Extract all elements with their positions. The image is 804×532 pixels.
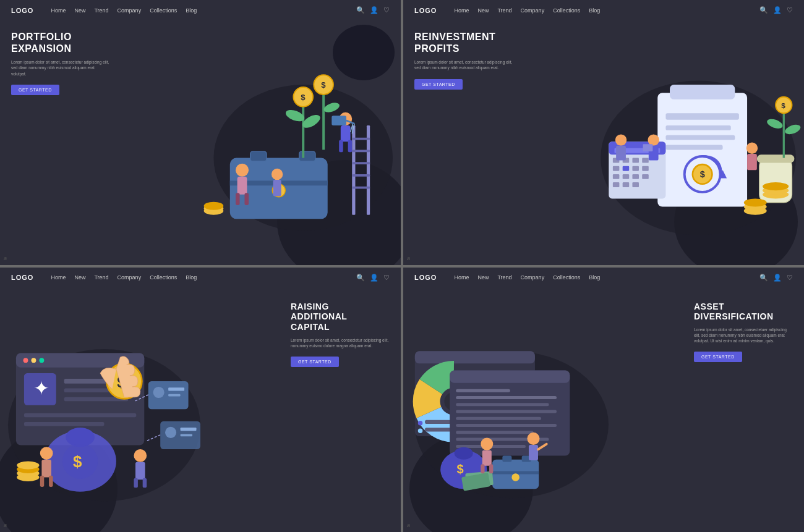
svg-point-146: [418, 428, 423, 433]
search-icon-4[interactable]: 🔍: [759, 274, 768, 282]
svg-rect-44: [665, 125, 730, 130]
search-icon-2[interactable]: 🔍: [759, 6, 768, 14]
svg-point-73: [763, 182, 789, 190]
nav-new-4[interactable]: New: [477, 274, 489, 281]
svg-point-111: [17, 461, 39, 469]
panel-title-1: PORTFOLIO EXPANSION: [11, 31, 110, 54]
nav-blog-1[interactable]: Blog: [186, 7, 197, 14]
nav-new-3[interactable]: New: [74, 274, 85, 281]
svg-rect-132: [415, 351, 535, 363]
svg-rect-68: [632, 182, 639, 187]
nav-trend-4[interactable]: Trend: [497, 274, 511, 281]
panel-portfolio-expansion: LOGO Home New Trend Company Collections …: [0, 0, 401, 265]
scene-svg-2: $: [544, 19, 804, 265]
panel-raising-capital: LOGO Home New Trend Company Collections …: [0, 268, 401, 533]
user-icon-4[interactable]: 👤: [773, 274, 782, 282]
svg-rect-27: [331, 116, 346, 125]
svg-text:$: $: [781, 101, 785, 110]
nav-collections-3[interactable]: Collections: [150, 274, 177, 281]
svg-point-93: [32, 358, 36, 363]
svg-rect-152: [456, 403, 549, 406]
user-icon-3[interactable]: 👤: [370, 274, 378, 282]
nav-new-2[interactable]: New: [477, 7, 489, 14]
svg-rect-21: [352, 174, 370, 177]
user-icon-1[interactable]: 👤: [370, 6, 378, 14]
nav-icons-2: 🔍 👤 ♡: [759, 6, 793, 14]
svg-rect-32: [237, 177, 247, 195]
nav-home-4[interactable]: Home: [454, 274, 469, 281]
svg-rect-65: [642, 174, 649, 179]
get-started-btn-1[interactable]: GET STARTED: [11, 85, 59, 95]
svg-text:✦: ✦: [33, 377, 49, 399]
svg-rect-119: [143, 478, 147, 488]
navbar-4: LOGO Home New Trend Company Collections …: [403, 268, 804, 288]
svg-point-35: [272, 169, 283, 180]
svg-rect-43: [665, 113, 738, 120]
nav-icons-3: 🔍 👤 ♡: [356, 274, 390, 282]
nav-trend-3[interactable]: Trend: [94, 274, 108, 281]
nav-blog-3[interactable]: Blog: [186, 274, 197, 281]
svg-rect-3: [299, 151, 315, 161]
nav-home-3[interactable]: Home: [51, 274, 66, 281]
svg-rect-83: [616, 146, 626, 161]
nav-company-4[interactable]: Company: [521, 274, 545, 281]
svg-rect-22: [352, 187, 370, 189]
panel-desc-2: Lorem ipsum dolor sit amet, consectetur …: [414, 59, 513, 70]
svg-rect-61: [642, 166, 649, 171]
svg-point-84: [648, 134, 659, 145]
svg-point-173: [527, 432, 539, 444]
svg-rect-122: [168, 387, 184, 391]
svg-point-82: [615, 134, 627, 145]
svg-rect-58: [613, 166, 620, 171]
svg-point-121: [153, 386, 165, 397]
svg-rect-19: [352, 150, 370, 152]
get-started-btn-2[interactable]: GET STARTED: [414, 79, 463, 90]
svg-text:$: $: [321, 80, 326, 90]
svg-rect-155: [456, 424, 557, 427]
heart-icon-2[interactable]: ♡: [787, 6, 793, 14]
nav-trend-2[interactable]: Trend: [497, 7, 511, 14]
illustration-4: $: [403, 286, 636, 533]
svg-rect-117: [135, 462, 145, 479]
logo-2: LOGO: [414, 7, 437, 14]
svg-point-125: [165, 426, 176, 437]
svg-rect-59: [622, 166, 629, 171]
nav-blog-2[interactable]: Blog: [589, 7, 600, 14]
nav-new-1[interactable]: New: [74, 7, 85, 14]
svg-point-116: [134, 449, 147, 462]
panel-reinvestment-profits: LOGO Home New Trend Company Collections …: [403, 0, 804, 265]
svg-rect-163: [502, 455, 511, 462]
svg-rect-118: [134, 478, 137, 488]
nav-company-2[interactable]: Company: [521, 7, 545, 14]
svg-rect-127: [181, 434, 192, 436]
panel-title-3: RAISING ADDITIONAL CAPITAL: [291, 302, 390, 332]
nav-collections-1[interactable]: Collections: [150, 7, 177, 14]
nav-company-3[interactable]: Company: [118, 274, 142, 281]
nav-collections-4[interactable]: Collections: [553, 274, 580, 281]
search-icon-3[interactable]: 🔍: [356, 274, 365, 282]
heart-icon-3[interactable]: ♡: [383, 274, 390, 282]
get-started-btn-4[interactable]: GET STARTED: [694, 352, 742, 362]
heart-icon-1[interactable]: ♡: [383, 6, 390, 14]
nav-collections-2[interactable]: Collections: [553, 7, 580, 14]
nav-trend-1[interactable]: Trend: [94, 7, 108, 14]
svg-rect-34: [244, 193, 249, 205]
get-started-btn-3[interactable]: GET STARTED: [291, 357, 339, 367]
panel-title-4: ASSET DIVERSIFICATION: [694, 302, 793, 323]
nav-company-1[interactable]: Company: [118, 7, 142, 14]
nav-home-2[interactable]: Home: [454, 7, 469, 14]
nav-blog-4[interactable]: Blog: [589, 274, 600, 281]
panel-desc-1: Lorem ipsum dolor sit amet, consectetur …: [11, 59, 110, 76]
svg-rect-154: [456, 416, 541, 420]
search-icon-1[interactable]: 🔍: [356, 6, 365, 14]
svg-rect-150: [456, 389, 510, 392]
svg-rect-60: [632, 166, 639, 171]
nav-home-1[interactable]: Home: [51, 7, 66, 14]
heart-icon-4[interactable]: ♡: [787, 274, 793, 282]
nav-icons-1: 🔍 👤 ♡: [356, 6, 390, 14]
user-icon-2[interactable]: 👤: [773, 6, 782, 14]
svg-rect-149: [450, 370, 570, 382]
svg-rect-170: [482, 450, 492, 465]
svg-rect-46: [665, 145, 722, 150]
svg-rect-25: [339, 140, 343, 153]
